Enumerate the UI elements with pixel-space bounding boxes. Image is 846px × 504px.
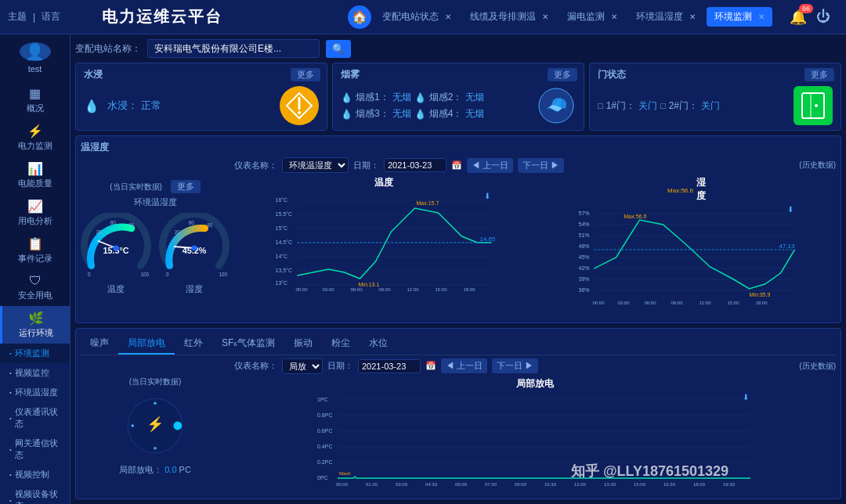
- hum-gauge-wrap: 45.2% 0 100 20 80 60 湿度: [159, 213, 230, 295]
- svg-text:47.13: 47.13: [779, 243, 796, 250]
- sidebar-sub-video[interactable]: 视频监控: [0, 363, 70, 383]
- tab-infrared[interactable]: 红外: [175, 333, 212, 355]
- sidebar-item-env[interactable]: 🌿 运行环境: [0, 306, 70, 344]
- top-navigation: 🏠 变配电站状态 ✕ 线缆及母排测温 ✕ 漏电监测 ✕ 环境温湿度 ✕ 环境监测…: [331, 5, 790, 29]
- svg-text:0.4PC: 0.4PC: [317, 444, 332, 449]
- notification-button[interactable]: 🔔 66: [790, 9, 807, 26]
- nav-tab-3-close[interactable]: ✕: [689, 13, 696, 21]
- sidebar-item-power-quality[interactable]: 📊 电能质量: [0, 157, 70, 194]
- discharge-prev-day-btn[interactable]: ◀ 上一日: [441, 358, 487, 373]
- meter-name-select[interactable]: 环境温湿度: [282, 157, 349, 173]
- sidebar-sub-env-temp[interactable]: 环境温湿度: [0, 383, 70, 402]
- hum-chart-title-row: Max:56.6 湿度: [537, 176, 836, 204]
- smoke-label-1: 烟感2：: [429, 91, 463, 104]
- discharge-date-input[interactable]: [358, 359, 421, 373]
- svg-point-6: [815, 104, 818, 107]
- power-analysis-icon: 📈: [27, 199, 43, 214]
- nav-tab-4[interactable]: 环境监测 ✕: [707, 7, 772, 27]
- top-bar: 主题 | 语言 电力运维云平台 🏠 变配电站状态 ✕ 线缆及母排测温 ✕ 漏电监…: [0, 0, 846, 34]
- hum-chart-svg: 57% 54% 51% 48% 45% 42% 39% 36%: [537, 204, 836, 306]
- tab-sf6[interactable]: SF₆气体监测: [212, 333, 284, 355]
- nav-tab-1-close[interactable]: ✕: [542, 13, 548, 21]
- smoke-more-button[interactable]: 更多: [548, 68, 577, 81]
- nav-tab-1[interactable]: 线缆及母排测温 ✕: [462, 7, 556, 27]
- svg-text:⬇: ⬇: [743, 393, 749, 401]
- svg-text:14.5°C: 14.5°C: [276, 239, 292, 245]
- nav-tab-2[interactable]: 漏电监测 ✕: [559, 7, 625, 27]
- svg-text:39%: 39%: [579, 276, 590, 282]
- tab-partial-discharge[interactable]: 局部放电: [118, 333, 175, 355]
- discharge-value: 0.0: [164, 465, 176, 474]
- tab-noise[interactable]: 噪声: [81, 333, 118, 355]
- sidebar-item-overview[interactable]: ▦ 概况: [0, 81, 70, 119]
- separator: |: [33, 12, 35, 23]
- temp-more-btn[interactable]: 更多: [171, 180, 201, 193]
- sidebar-item-safety[interactable]: 🛡 安全用电: [0, 269, 70, 306]
- svg-text:51%: 51%: [579, 232, 590, 238]
- svg-text:60: 60: [110, 220, 117, 225]
- temp-chart-title: 温度: [234, 176, 533, 189]
- temp-gauge-svg: 15.5°C 0 100 20 80 60: [81, 213, 151, 283]
- water-status-value: 正常: [141, 99, 161, 111]
- svg-point-83: [131, 424, 134, 427]
- svg-point-14: [113, 245, 118, 250]
- prev-day-button[interactable]: ◀ 上一日: [467, 158, 513, 173]
- home-button[interactable]: 🏠: [348, 5, 371, 29]
- search-button[interactable]: 🔍: [326, 40, 351, 58]
- door-more-button[interactable]: 更多: [804, 68, 834, 81]
- smoke-item-0: 💧 烟感1： 无烟: [341, 91, 411, 104]
- meter-name-label: 仪表名称：: [234, 160, 277, 171]
- date-input[interactable]: [384, 158, 446, 172]
- water-drop-icon: 💧: [84, 99, 99, 113]
- tab-dust[interactable]: 粉尘: [322, 333, 360, 355]
- svg-text:Max0: Max0: [339, 471, 351, 476]
- door-label-1: 2#门：: [669, 99, 698, 113]
- power-button[interactable]: ⏻: [816, 9, 830, 25]
- nav-tab-4-close[interactable]: ✕: [758, 13, 765, 21]
- discharge-calendar-icon[interactable]: 📅: [425, 361, 436, 371]
- water-more-button[interactable]: 更多: [291, 68, 320, 81]
- nav-tab-3[interactable]: 环境温湿度 ✕: [628, 7, 703, 27]
- sidebar-sub-gateway[interactable]: 网关通信状态: [0, 434, 70, 465]
- temp-gauge-panel: (当日实时数据) 更多 环境温湿度: [81, 157, 230, 318]
- sidebar-sub-meter-comm[interactable]: 仪表通讯状态: [0, 402, 70, 434]
- svg-text:Min:13.1: Min:13.1: [359, 282, 380, 287]
- nav-tab-1-label: 线缆及母排测温: [470, 10, 536, 23]
- smoke-drop-2: 💧: [341, 109, 352, 120]
- sidebar-item-power-analysis[interactable]: 📈 用电分析: [0, 194, 70, 232]
- nav-tab-0-close[interactable]: ✕: [445, 13, 451, 21]
- water-card-title: 水浸: [84, 68, 319, 81]
- svg-text:12:00: 12:00: [574, 482, 587, 486]
- sidebar-sub-video-ctrl[interactable]: 视频控制: [0, 465, 70, 484]
- door-val-0: 关门: [638, 99, 657, 113]
- svg-text:15:00: 15:00: [728, 301, 740, 305]
- theme-lang-toggle[interactable]: 主题 | 语言: [8, 10, 86, 23]
- nav-tab-2-close[interactable]: ✕: [611, 13, 617, 21]
- next-day-button[interactable]: 下一日 ▶: [518, 158, 564, 173]
- overview-icon: ▦: [29, 86, 41, 101]
- discharge-meter-select[interactable]: 局放: [282, 358, 323, 374]
- svg-text:00:00: 00:00: [593, 301, 606, 305]
- tab-water-level[interactable]: 水位: [360, 333, 397, 355]
- sidebar-sub-video-device-label: 视频设备状态: [15, 488, 63, 504]
- svg-text:80: 80: [128, 222, 135, 228]
- search-input[interactable]: [147, 39, 320, 58]
- water-status: 水浸： 正常: [107, 99, 161, 113]
- sidebar-sub-video-device[interactable]: 视频设备状态: [0, 484, 70, 504]
- svg-text:12:00: 12:00: [407, 287, 420, 292]
- svg-text:Max:15.7: Max:15.7: [417, 200, 439, 206]
- discharge-next-day-btn[interactable]: 下一日 ▶: [492, 358, 538, 373]
- sidebar-item-safety-label: 安全用电: [18, 290, 52, 301]
- temp-chart-svg: 16°C 15.5°C 15°C 14.5°C 14°C 13.5°C 13°C: [234, 191, 533, 293]
- svg-text:0PC: 0PC: [317, 475, 328, 481]
- calendar-icon[interactable]: 📅: [451, 160, 462, 171]
- tab-vibration[interactable]: 振动: [284, 333, 322, 355]
- sidebar-item-events[interactable]: 📋 事件记录: [0, 232, 70, 269]
- sidebar-sub-env-monitor[interactable]: 环境监测: [0, 344, 70, 363]
- nav-tab-0[interactable]: 变配电站状态 ✕: [374, 7, 459, 27]
- temp-gauge-wrap: 15.5°C 0 100 20 80 60 温度: [81, 213, 151, 295]
- temp-gauge-sub: 温度: [107, 283, 125, 295]
- smoke-drop-1: 💧: [414, 92, 426, 103]
- date-label: 日期：: [353, 160, 379, 171]
- sidebar-item-power-monitor[interactable]: ⚡ 电力监测: [0, 119, 70, 157]
